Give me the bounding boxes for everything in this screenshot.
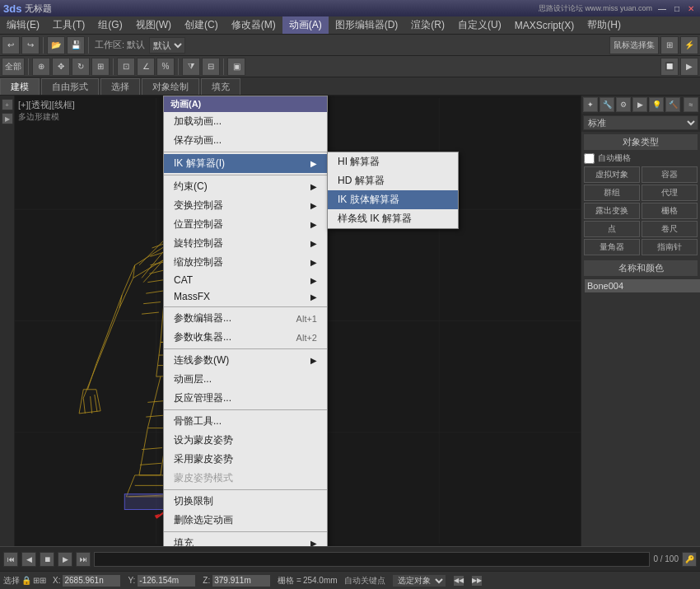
undo-btn[interactable]: ↩ — [2, 36, 20, 54]
select-filter-all[interactable]: 全部 — [2, 58, 25, 76]
menu-adopt-skin-pose[interactable]: 采用蒙皮姿势 — [164, 450, 327, 469]
menu-graph-editor[interactable]: 图形编辑器(D) — [329, 16, 405, 34]
ot-expose-transform[interactable]: 露出变换 — [584, 203, 640, 219]
ot-tape[interactable]: 卷尺 — [642, 221, 698, 237]
rp-display-btn[interactable]: 💡 — [649, 97, 664, 112]
tl-next-btn[interactable]: ⏭ — [76, 552, 91, 567]
left-btn-2[interactable]: ▶ — [2, 113, 13, 124]
menu-edit[interactable]: 编辑(E) — [0, 16, 46, 34]
mirror-btn[interactable]: ⧩ — [182, 58, 200, 76]
menu-rotation-controller[interactable]: 旋转控制器 ▶ — [164, 234, 327, 253]
prev-frame-btn[interactable]: ◀◀ — [453, 575, 464, 587]
scale-btn[interactable]: ⊞ — [91, 58, 110, 76]
menu-maxscript[interactable]: MAXScript(X) — [508, 18, 581, 33]
standard-select[interactable]: 标准 — [583, 115, 698, 130]
next-frame-btn[interactable]: ▶▶ — [471, 575, 483, 587]
menu-customize[interactable]: 自定义(U) — [451, 16, 508, 34]
ot-compass[interactable]: 指南针 — [642, 239, 698, 255]
percent-snap-btn[interactable]: % — [156, 58, 175, 76]
snap-btn[interactable]: ⊡ — [117, 58, 135, 76]
tl-play-btn[interactable]: ▶ — [58, 552, 72, 567]
ot-point[interactable]: 点 — [584, 221, 640, 237]
z-input[interactable] — [212, 574, 271, 587]
ot-proxy[interactable]: 代理 — [642, 185, 698, 201]
menu-wire-params[interactable]: 连线参数(W) ▶ — [164, 351, 327, 370]
rp-extra1-btn[interactable]: ≈ — [684, 97, 698, 112]
ot-group[interactable]: 群组 — [584, 185, 640, 201]
menu-cat[interactable]: CAT ▶ — [164, 272, 327, 288]
auto-grid-checkbox[interactable] — [584, 153, 595, 164]
menu-delete-animation[interactable]: 删除选定动画 — [164, 511, 327, 530]
menu-ik-limb-solver[interactable]: IK 肢体解算器 — [328, 190, 458, 209]
workspace-select[interactable]: 默认 — [149, 37, 185, 54]
menu-modifier[interactable]: 修改器(M) — [225, 16, 282, 34]
y-input[interactable] — [137, 574, 196, 587]
menu-position-controller[interactable]: 位置控制器 ▶ — [164, 215, 327, 234]
viewport[interactable]: [+][透视][线框] 多边形建模 — [15, 96, 581, 546]
object-name-input[interactable] — [584, 278, 700, 293]
timeline-track[interactable] — [94, 552, 650, 567]
menu-create[interactable]: 创建(C) — [178, 16, 225, 34]
tl-prev-btn[interactable]: ⏮ — [3, 552, 18, 567]
toolbar-extra2[interactable]: ⊞ — [660, 36, 679, 54]
menu-render[interactable]: 渲染(R) — [404, 16, 451, 34]
maximize-btn[interactable]: □ — [672, 4, 682, 13]
rp-create-btn[interactable]: ✦ — [583, 97, 598, 112]
select-btn[interactable]: ⊕ — [32, 58, 50, 76]
menu-scale-controller[interactable]: 缩放控制器 ▶ — [164, 253, 327, 272]
close-btn[interactable]: ✕ — [685, 4, 697, 13]
minimize-btn[interactable]: — — [656, 4, 669, 13]
ot-container[interactable]: 容器 — [642, 166, 698, 183]
toolbar-extra3[interactable]: ⚡ — [680, 36, 698, 54]
menu-tools[interactable]: 工具(T) — [46, 16, 91, 34]
lock-icon[interactable]: 🔒 — [21, 576, 31, 585]
save-btn[interactable]: 💾 — [67, 36, 85, 54]
render-btn[interactable]: ▶ — [680, 58, 698, 76]
x-input[interactable] — [62, 574, 121, 587]
menu-hd-solver[interactable]: HD 解算器 — [328, 171, 458, 190]
open-btn[interactable]: 📂 — [47, 36, 65, 54]
tl-keyframe-btn[interactable]: 🔑 — [682, 552, 697, 567]
menu-ik-solver[interactable]: IK 解算器(I) ▶ — [164, 154, 327, 173]
menu-save-animation[interactable]: 保存动画... — [164, 131, 327, 150]
menu-hi-solver[interactable]: HI 解算器 — [328, 152, 458, 171]
menu-transform-controller[interactable]: 变换控制器 ▶ — [164, 196, 327, 215]
tab-fill[interactable]: 填充 — [201, 78, 240, 95]
menu-skin-pose-mode[interactable]: 蒙皮姿势模式 — [164, 469, 327, 488]
angle-snap-btn[interactable]: ∠ — [137, 58, 155, 76]
tl-stop-btn[interactable]: ⏹ — [40, 552, 54, 567]
menu-help[interactable]: 帮助(H) — [581, 16, 628, 34]
tab-select[interactable]: 选择 — [100, 78, 140, 95]
rotate-btn[interactable]: ↻ — [72, 58, 90, 76]
left-btn-1[interactable]: + — [2, 99, 13, 110]
rp-modify-btn[interactable]: 🔧 — [600, 97, 614, 112]
menu-load-animation[interactable]: 加载动画... — [164, 112, 327, 131]
layer-btn[interactable]: ▣ — [227, 58, 245, 76]
menu-bone-tools[interactable]: 骨骼工具... — [164, 412, 327, 431]
rp-utilities-btn[interactable]: 🔨 — [665, 97, 680, 112]
move-btn[interactable]: ✥ — [52, 58, 70, 76]
tl-back-btn[interactable]: ◀ — [21, 552, 36, 567]
menu-param-editor[interactable]: 参数编辑器... Alt+1 — [164, 309, 327, 328]
tab-modeling[interactable]: 建模 — [0, 78, 40, 95]
redo-btn[interactable]: ↪ — [21, 36, 40, 54]
render-setup-btn[interactable]: 🔲 — [660, 58, 679, 76]
ot-grid[interactable]: 栅格 — [642, 203, 698, 219]
menu-group[interactable]: 组(G) — [91, 16, 128, 34]
ot-virtual-object[interactable]: 虚拟对象 — [584, 166, 640, 183]
ot-protractor[interactable]: 量角器 — [584, 239, 640, 255]
tab-freeform[interactable]: 自由形式 — [41, 78, 99, 95]
toolbar-extra1[interactable]: 鼠标选择集 — [609, 36, 659, 54]
menu-toggle-limit[interactable]: 切换限制 — [164, 492, 327, 511]
align-btn[interactable]: ⊟ — [202, 58, 220, 76]
rp-hierarchy-btn[interactable]: ⚙ — [616, 97, 631, 112]
menu-view[interactable]: 视图(W) — [129, 16, 178, 34]
menu-animation-layers[interactable]: 动画层... — [164, 370, 327, 389]
tab-object-paint[interactable]: 对象绘制 — [142, 78, 199, 95]
menu-populate[interactable]: 填充 ▶ — [164, 534, 327, 546]
menu-massfx[interactable]: MassFX ▶ — [164, 288, 327, 305]
rp-motion-btn[interactable]: ▶ — [632, 97, 647, 112]
menu-animation[interactable]: 动画(A) — [282, 16, 329, 34]
menu-set-skin-pose[interactable]: 设为蒙皮姿势 — [164, 431, 327, 450]
menu-constraint[interactable]: 约束(C) ▶ — [164, 177, 327, 196]
